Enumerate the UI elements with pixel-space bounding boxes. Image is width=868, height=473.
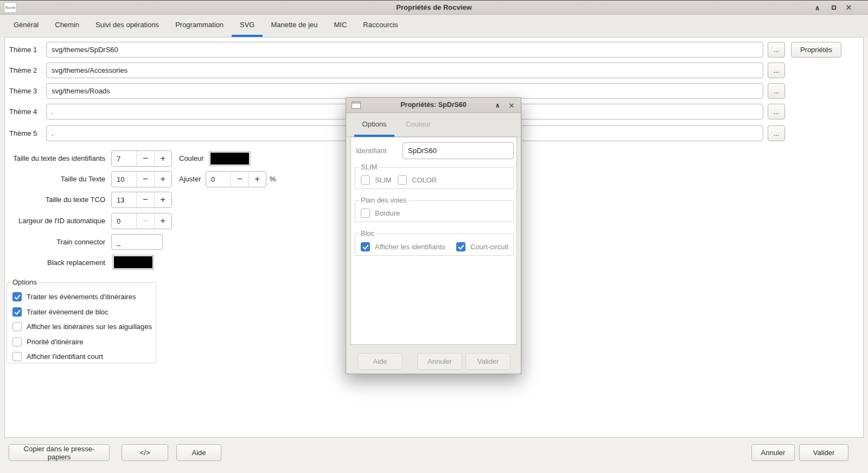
option-label: COLOR <box>412 176 437 184</box>
plus-icon[interactable]: + <box>154 213 171 229</box>
option-label: Afficher les identifiants <box>375 243 445 251</box>
bloc-group: Bloc Afficher les identifiants Court-cir… <box>355 234 514 256</box>
spdrs60-properties-dialog: Propriétés: SpDrS60 ∧ ✕ Options Couleur … <box>346 97 521 374</box>
rocview-properties-window: Rocrail Propriétés de Rocview ∧ ✕ Généra… <box>0 0 868 473</box>
dialog-tab-options[interactable]: Options <box>354 113 394 137</box>
theme1-input[interactable] <box>46 42 763 58</box>
text-size-value[interactable]: 10 <box>112 172 136 187</box>
tab-suivi-operations[interactable]: Suivi des opérations <box>87 15 167 37</box>
tab-manette[interactable]: Manette de jeu <box>263 15 326 37</box>
theme2-label: Thème 2 <box>9 62 37 79</box>
auto-id-width-spinner: 0 − + <box>111 213 172 229</box>
tab-general[interactable]: Général <box>5 15 47 37</box>
option-label: Court-circuit <box>470 243 508 251</box>
help-button[interactable]: Aide <box>176 444 221 461</box>
tco-text-size-value[interactable]: 13 <box>112 192 136 207</box>
id-text-size-label: Taille du texte des identifiants <box>8 150 105 167</box>
plus-icon[interactable]: + <box>154 192 171 207</box>
plan-des-voies-group: Plan des voies Bordure <box>355 200 514 222</box>
theme3-input[interactable] <box>46 83 763 99</box>
percent-label: % <box>270 171 276 187</box>
option-label: Priorité d'itinéraire <box>27 338 83 346</box>
checkbox-traiter-evenement-bloc[interactable] <box>12 307 22 317</box>
checkbox-color[interactable] <box>398 175 407 185</box>
couleur-label: Couleur <box>179 150 204 167</box>
black-replacement-swatch-button[interactable] <box>112 255 154 270</box>
code-view-button[interactable]: </> <box>122 444 168 461</box>
minus-icon[interactable]: − <box>136 151 154 166</box>
black-replacement-label: Black replacement <box>8 255 105 271</box>
ajuster-label: Ajuster <box>179 171 201 187</box>
dialog-help-button[interactable]: Aide <box>358 353 403 370</box>
option-row: Afficher les identifiants <box>361 241 445 252</box>
checkbox-afficher-itineraires-aiguillages[interactable] <box>12 322 22 331</box>
options-group: Options Traiter les évènements d'itinéra… <box>7 282 156 363</box>
option-label: Afficher l'identifiant court <box>27 352 103 361</box>
minus-icon[interactable]: − <box>231 172 248 187</box>
shade-icon[interactable]: ∧ <box>810 1 824 15</box>
option-row: Afficher l'identifiant court <box>12 351 103 362</box>
checkbox-afficher-identifiant-court[interactable] <box>12 352 22 361</box>
couleur-swatch-button[interactable] <box>209 151 251 166</box>
tco-text-size-label: Taille du texte TCO <box>8 192 105 208</box>
checkbox-priorite-itineraire[interactable] <box>12 337 22 346</box>
theme1-properties-button[interactable]: Propriétés <box>791 42 841 58</box>
theme3-label: Thème 3 <box>9 83 37 99</box>
close-icon[interactable]: ✕ <box>842 1 856 15</box>
dialog-titlebar: Propriétés: SpDrS60 ∧ ✕ <box>346 98 521 113</box>
dialog-tab-couleur: Couleur <box>400 113 436 137</box>
option-row: SLIM <box>361 174 391 185</box>
dialog-options-panel: Identifiant SLIM SLIM COLOR Plan des voi… <box>350 137 517 345</box>
option-label: SLIM <box>375 176 391 184</box>
tco-text-size-spinner: 13 − + <box>111 192 172 208</box>
checkbox-traiter-evenements-itineraires[interactable] <box>12 292 22 301</box>
theme5-browse-button[interactable]: ... <box>768 125 785 141</box>
minus-icon[interactable]: − <box>136 172 154 187</box>
id-text-size-value[interactable]: 7 <box>112 151 136 166</box>
copy-clipboard-button[interactable]: Copier dans le presse-papiers <box>9 444 110 461</box>
cancel-button[interactable]: Annuler <box>751 444 795 461</box>
train-connector-input[interactable] <box>111 234 163 250</box>
checkbox-slim[interactable] <box>361 175 370 185</box>
slim-group: SLIM SLIM COLOR <box>355 167 514 189</box>
tab-chemin[interactable]: Chemin <box>47 15 87 37</box>
dialog-ok-button[interactable]: Valider <box>465 353 510 370</box>
option-row: Traiter les évènements d'itinéraires <box>12 291 136 302</box>
dialog-cancel-button[interactable]: Annuler <box>417 353 462 370</box>
theme4-label: Thème 4 <box>9 104 37 120</box>
text-size-spinner: 10 − + <box>111 171 172 187</box>
tab-svg[interactable]: SVG <box>232 15 263 37</box>
theme5-label: Thème 5 <box>9 125 37 142</box>
identifiant-input[interactable] <box>403 142 514 159</box>
checkbox-afficher-identifiants[interactable] <box>361 242 370 251</box>
option-row: Court-circuit <box>456 241 508 252</box>
plus-icon[interactable]: + <box>154 172 171 187</box>
tab-raccourcis[interactable]: Raccourcis <box>355 15 406 37</box>
minus-icon[interactable]: − <box>136 192 154 207</box>
shade-icon[interactable]: ∧ <box>492 98 503 112</box>
plus-icon[interactable]: + <box>248 172 266 187</box>
theme4-browse-button[interactable]: ... <box>768 104 785 119</box>
ok-button[interactable]: Valider <box>799 444 848 461</box>
option-row: COLOR <box>398 174 437 185</box>
tab-mic[interactable]: MIC <box>326 15 355 37</box>
options-group-legend: Options <box>11 278 39 287</box>
identifiant-label: Identifiant <box>356 143 386 159</box>
slim-group-legend: SLIM <box>359 163 379 172</box>
option-row: Afficher les itinéraires sur les aiguill… <box>12 321 152 332</box>
maximize-icon[interactable] <box>827 1 840 15</box>
ajuster-value[interactable]: 0 <box>206 172 231 187</box>
tab-programmation[interactable]: Programmation <box>167 15 232 37</box>
auto-id-width-value[interactable]: 0 <box>112 213 136 229</box>
theme3-browse-button[interactable]: ... <box>768 83 785 99</box>
checkbox-court-circuit[interactable] <box>456 242 465 251</box>
theme2-input[interactable] <box>46 62 763 78</box>
theme1-browse-button[interactable]: ... <box>768 42 785 58</box>
checkbox-bordure[interactable] <box>361 209 370 218</box>
plus-icon[interactable]: + <box>154 151 171 166</box>
titlebar: Rocrail Propriétés de Rocview ∧ ✕ <box>0 1 868 15</box>
option-label: Traiter les évènements d'itinéraires <box>27 293 136 301</box>
theme2-browse-button[interactable]: ... <box>768 62 785 78</box>
close-icon[interactable]: ✕ <box>506 98 518 112</box>
notebook-tabs: Général Chemin Suivi des opérations Prog… <box>0 15 868 37</box>
